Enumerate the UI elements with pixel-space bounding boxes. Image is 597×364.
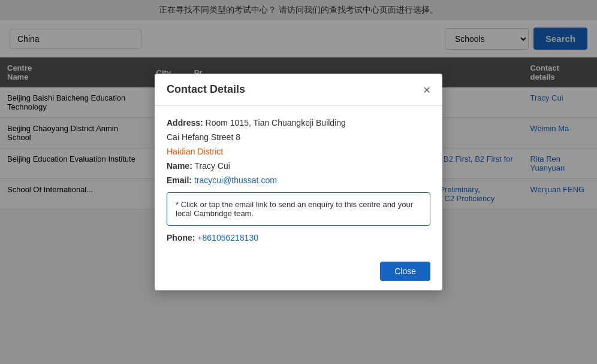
name-label: Name:	[167, 161, 192, 171]
info-box-text: * Click or tap the email link to send an…	[176, 200, 413, 218]
name-field: Name: Tracy Cui	[167, 161, 430, 171]
phone-label: Phone:	[167, 233, 195, 242]
modal-close-x-button[interactable]: ×	[423, 84, 430, 96]
email-label: Email:	[167, 175, 192, 185]
modal-footer: Close	[155, 254, 442, 290]
phone-field: Phone: +861056218130	[167, 233, 430, 242]
address-district: Haidian District	[167, 147, 430, 156]
address-label: Address:	[167, 118, 203, 128]
modal-title: Contact Details	[167, 83, 245, 96]
address-line1: Room 1015, Tian Chuangkeji Building	[206, 118, 346, 128]
address-line2: Cai Hefang Street 8	[167, 132, 240, 142]
address-line2-field: Cai Hefang Street 8	[167, 132, 430, 142]
email-field: Email: tracycui@thussat.com	[167, 175, 430, 185]
modal-close-button[interactable]: Close	[380, 262, 430, 281]
email-link[interactable]: tracycui@thussat.com	[194, 175, 277, 185]
phone-link[interactable]: +861056218130	[197, 233, 258, 242]
address-field: Address: Room 1015, Tian Chuangkeji Buil…	[167, 118, 430, 128]
modal-body: Address: Room 1015, Tian Chuangkeji Buil…	[155, 106, 442, 254]
modal-header: Contact Details ×	[155, 74, 442, 106]
modal-overlay[interactable]: Contact Details × Address: Room 1015, Ti…	[0, 0, 597, 364]
name-value: Tracy Cui	[194, 161, 230, 171]
contact-details-modal: Contact Details × Address: Room 1015, Ti…	[155, 74, 442, 290]
email-info-box: * Click or tap the email link to send an…	[167, 192, 430, 226]
